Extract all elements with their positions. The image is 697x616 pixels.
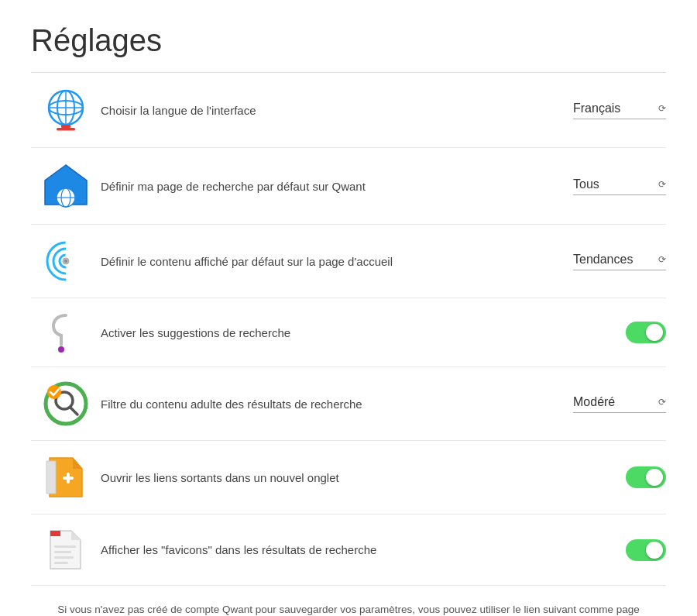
svg-point-15 (64, 260, 67, 263)
suggestions-label: Activer les suggestions de recherche (101, 326, 511, 339)
language-value: Français (573, 102, 620, 115)
settings-row-language: Choisir la langue de l'interface Françai… (31, 73, 666, 148)
adult-filter-label: Filtre du contenu adulte des résultats d… (101, 397, 511, 411)
svg-rect-25 (54, 551, 71, 553)
svg-line-20 (70, 408, 77, 415)
new-tab-icon-area (31, 455, 101, 500)
language-dropdown[interactable]: Français ⟳ (573, 102, 666, 119)
svg-point-21 (47, 385, 61, 399)
suggestions-toggle-thumb (646, 324, 663, 341)
language-icon-area (31, 87, 101, 133)
search-chevron-icon: ⟳ (658, 179, 666, 190)
page-title: Réglages (31, 23, 666, 58)
svg-rect-23 (67, 473, 70, 484)
adult-filter-icon (43, 381, 88, 426)
default-search-dropdown[interactable]: Tous ⟳ (573, 177, 666, 195)
suggestions-control[interactable] (511, 322, 666, 343)
favicons-toggle-track (626, 539, 666, 561)
suggestions-toggle-track (626, 322, 666, 343)
default-search-label: Définir ma page de recherche par défaut … (101, 180, 511, 193)
new-tab-control[interactable] (511, 466, 666, 488)
settings-row-search: Définir ma page de recherche par défaut … (31, 148, 666, 225)
adult-filter-value: Modéré (573, 395, 615, 409)
default-search-control[interactable]: Tous ⟳ (511, 177, 666, 195)
new-tab-toggle[interactable] (626, 466, 666, 488)
svg-rect-5 (61, 125, 70, 128)
suggestions-toggle[interactable] (626, 322, 666, 343)
filter-chevron-icon: ⟳ (658, 397, 666, 408)
favicons-label: Afficher les "favicons" dans les résulta… (101, 543, 511, 556)
content-icon-area (31, 239, 101, 284)
footer-text: Si vous n'avez pas créé de compte Qwant … (31, 601, 666, 616)
favicons-toggle[interactable] (626, 539, 666, 561)
new-tab-toggle-track (626, 466, 666, 488)
suggestion-icon (50, 312, 81, 353)
adult-filter-control[interactable]: Modéré ⟳ (511, 395, 666, 413)
language-control[interactable]: Français ⟳ (511, 102, 666, 119)
suggestions-icon-area (31, 312, 101, 353)
language-label: Choisir la langue de l'interface (101, 104, 511, 117)
settings-row-favicons: Afficher les "favicons" dans les résulta… (31, 514, 666, 586)
default-content-control[interactable]: Tendances ⟳ (511, 253, 666, 270)
search-icon-area (31, 162, 101, 210)
globe-icon (43, 87, 89, 133)
favicons-toggle-thumb (646, 542, 663, 559)
favicons-icon-area (31, 528, 101, 571)
default-content-dropdown[interactable]: Tendances ⟳ (573, 253, 666, 270)
settings-row-content: Définir le contenu affiché par défaut su… (31, 225, 666, 298)
svg-rect-6 (57, 128, 75, 131)
svg-point-17 (58, 346, 64, 353)
default-search-value: Tous (573, 177, 599, 191)
svg-rect-27 (54, 562, 68, 564)
settings-row-suggestions: Activer les suggestions de recherche (31, 298, 666, 367)
svg-rect-26 (54, 556, 74, 559)
favicon-icon (46, 528, 85, 571)
filter-icon-area (31, 381, 101, 426)
new-tab-label: Ouvrir les liens sortants dans un nouvel… (101, 471, 511, 484)
content-chevron-icon: ⟳ (658, 254, 666, 265)
svg-rect-24 (54, 545, 76, 548)
settings-row-adult-filter: Filtre du contenu adulte des résultats d… (31, 367, 666, 441)
default-content-value: Tendances (573, 253, 633, 267)
adult-filter-dropdown[interactable]: Modéré ⟳ (573, 395, 666, 413)
language-chevron-icon: ⟳ (658, 103, 666, 114)
new-tab-toggle-thumb (646, 469, 663, 486)
settings-row-new-tab: Ouvrir les liens sortants dans un nouvel… (31, 441, 666, 514)
house-globe-icon (42, 162, 90, 210)
default-content-label: Définir le contenu affiché par défaut su… (101, 255, 511, 268)
file-plus-icon (45, 455, 88, 500)
favicons-control[interactable] (511, 539, 666, 561)
signal-icon (43, 239, 88, 284)
